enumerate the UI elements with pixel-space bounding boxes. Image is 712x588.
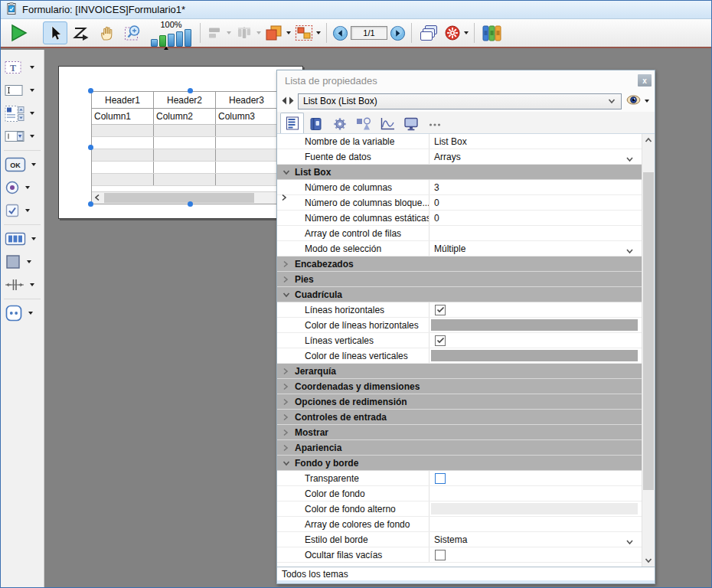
rectangle-tool[interactable] — [1, 250, 44, 273]
property-value[interactable]: List Box — [429, 134, 642, 149]
listbox-object[interactable]: Header1Header2Header3Column1Column2Colum… — [91, 91, 290, 204]
property-value[interactable] — [429, 318, 642, 332]
zoom-bar[interactable] — [168, 34, 175, 47]
property-value[interactable] — [429, 547, 642, 562]
selection-handle[interactable] — [88, 201, 93, 207]
section-header[interactable]: Mostrar — [277, 425, 642, 440]
color-swatch[interactable] — [431, 350, 638, 361]
splitter-tool[interactable] — [1, 273, 44, 296]
selection-handle[interactable] — [188, 201, 193, 207]
chevron-down-icon — [283, 460, 290, 466]
scrollbar-thumb[interactable] — [104, 193, 254, 203]
radio-button-tool[interactable] — [1, 176, 44, 199]
property-value[interactable] — [429, 333, 642, 348]
section-header[interactable]: Fondo y borde — [277, 456, 642, 471]
list-box-tool[interactable] — [1, 227, 44, 250]
actions-menu-button[interactable] — [443, 21, 469, 44]
property-value[interactable] — [429, 486, 642, 501]
tab-objects[interactable] — [351, 114, 375, 133]
button-tool[interactable]: OK — [1, 153, 44, 176]
section-header[interactable]: Opciones de redimensión — [277, 394, 642, 410]
property-value[interactable] — [429, 501, 642, 516]
property-value[interactable] — [429, 302, 642, 317]
run-form-button[interactable] — [6, 21, 31, 44]
zoom-bars[interactable] — [151, 29, 191, 47]
property-value[interactable] — [429, 517, 642, 531]
selection-handle[interactable] — [88, 88, 93, 93]
close-icon[interactable]: x — [638, 74, 652, 87]
entry-order-button[interactable] — [69, 21, 93, 44]
prev-next-object-icons[interactable] — [281, 94, 295, 108]
tab-more[interactable] — [423, 114, 446, 133]
scroll-up-icon[interactable] — [642, 134, 655, 146]
section-header[interactable]: List Box — [277, 165, 642, 180]
property-row: Ocultar filas vacías — [277, 547, 642, 563]
section-header[interactable]: Encabezados — [277, 256, 642, 272]
listbox-cell — [216, 137, 278, 149]
pan-tool-button[interactable] — [95, 21, 119, 44]
library-button[interactable] — [479, 21, 504, 44]
property-value[interactable] — [429, 471, 642, 485]
property-value[interactable]: 0 — [429, 195, 642, 210]
selection-handle[interactable] — [88, 145, 93, 150]
level-menu-button[interactable] — [263, 21, 292, 44]
tab-events[interactable] — [375, 114, 399, 133]
select-tool-button[interactable] — [43, 21, 67, 44]
chevron-right-icon — [283, 398, 290, 406]
checkbox-tool[interactable] — [1, 199, 44, 222]
scrollbar-thumb[interactable] — [643, 172, 654, 490]
text-tool[interactable]: T — [1, 56, 44, 79]
section-header[interactable]: Apariencia — [277, 440, 642, 456]
property-value[interactable]: 0 — [429, 211, 642, 225]
next-page-button[interactable] — [390, 25, 406, 41]
color-swatch[interactable] — [431, 319, 638, 331]
object-selector-dropdown[interactable]: List Box (List Box) — [298, 93, 622, 109]
hierarchical-list-tool[interactable] — [1, 102, 44, 125]
section-header[interactable]: Coordenadas y dimensiones — [277, 379, 642, 394]
tab-settings[interactable] — [328, 114, 351, 133]
section-header[interactable]: Cuadrícula — [277, 287, 642, 302]
tab-help[interactable] — [304, 114, 328, 133]
property-label: Transparente — [277, 471, 429, 485]
checkbox[interactable] — [435, 550, 446, 560]
scroll-right-icon[interactable] — [281, 193, 287, 204]
view-options-button[interactable] — [625, 94, 651, 108]
dropdown-arrow-icon — [30, 89, 34, 92]
group-menu-button[interactable] — [293, 21, 322, 44]
object-selector-row: List Box (List Box) — [277, 90, 655, 112]
checkbox[interactable] — [435, 305, 446, 315]
checkbox[interactable] — [435, 335, 446, 346]
listbox-widget[interactable]: Header1Header2Header3Column1Column2Colum… — [91, 91, 290, 204]
property-value[interactable] — [429, 348, 642, 363]
section-header[interactable]: Pies — [277, 272, 642, 287]
section-header[interactable]: Jerarquía — [277, 364, 642, 379]
section-header[interactable]: Controles de entrada — [277, 410, 642, 425]
zoom-tool-button[interactable] — [121, 21, 145, 44]
scroll-left-icon[interactable] — [94, 193, 100, 204]
tab-properties[interactable] — [280, 113, 304, 133]
color-swatch[interactable] — [431, 503, 638, 514]
zoom-control[interactable]: 100% — [151, 20, 191, 47]
distribute-menu-button — [234, 21, 262, 44]
property-value[interactable]: 3 — [429, 180, 642, 194]
tab-display[interactable] — [399, 114, 423, 133]
plugin-area-tool[interactable] — [1, 302, 44, 325]
pages-button[interactable] — [416, 21, 441, 44]
previous-page-button[interactable] — [332, 25, 348, 41]
selection-handle[interactable] — [188, 88, 193, 93]
property-value[interactable]: Múltiple — [429, 241, 642, 256]
zoom-bar[interactable] — [151, 39, 158, 47]
page-indicator[interactable]: 1/1 — [351, 26, 387, 40]
property-value[interactable]: Arrays — [429, 149, 642, 164]
zoom-bar[interactable] — [176, 31, 183, 47]
combo-box-tool[interactable] — [1, 125, 44, 148]
checkbox[interactable] — [435, 473, 446, 484]
property-value[interactable]: Sistema — [429, 532, 642, 547]
property-list-scrollbar[interactable] — [642, 134, 655, 567]
property-value[interactable] — [429, 226, 642, 240]
scroll-down-icon[interactable] — [642, 554, 655, 567]
zoom-bar[interactable] — [159, 35, 166, 47]
form-canvas[interactable]: Header1Header2Header3Column1Column2Colum… — [58, 66, 303, 219]
zoom-bar[interactable] — [185, 29, 191, 47]
input-tool[interactable] — [1, 79, 44, 102]
